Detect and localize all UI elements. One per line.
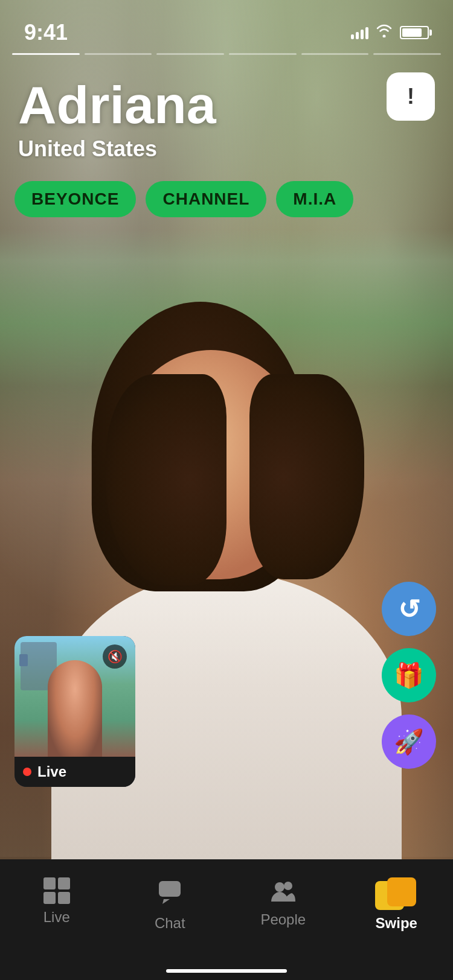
user-name: Adriana (18, 78, 216, 132)
svg-point-1 (275, 882, 284, 892)
live-dot (23, 768, 31, 776)
exclamation-icon: ! (407, 84, 414, 109)
live-preview[interactable]: 🔇 Live (14, 636, 135, 787)
nav-item-people[interactable]: People (226, 871, 340, 928)
live-preview-image: 🔇 (14, 636, 135, 757)
progress-segment-3 (156, 53, 224, 55)
tag-channel[interactable]: CHANNEL (146, 181, 266, 217)
tag-beyonce[interactable]: BEYONCE (14, 181, 136, 217)
action-buttons: ↺ 🎁 🚀 (382, 582, 436, 769)
tag-mia[interactable]: M.I.A (276, 181, 353, 217)
svg-point-2 (284, 882, 292, 890)
nav-label-chat: Chat (155, 915, 185, 932)
rocket-button[interactable]: 🚀 (382, 714, 436, 769)
live-label: Live (37, 763, 66, 780)
nav-item-swipe[interactable]: Swipe (340, 871, 454, 932)
wifi-icon (376, 24, 393, 41)
mute-button[interactable]: 🔇 (103, 644, 127, 669)
nav-label-swipe: Swipe (376, 915, 417, 932)
svg-rect-0 (159, 881, 181, 897)
nav-label-people: People (260, 911, 306, 928)
undo-button[interactable]: ↺ (382, 582, 436, 636)
nav-item-live[interactable]: Live (0, 871, 114, 926)
status-bar: 9:41 (0, 0, 453, 53)
person-hair-left (106, 374, 226, 585)
nav-label-live: Live (43, 909, 70, 926)
status-icons (351, 24, 429, 41)
live-preview-label: Live (14, 757, 135, 787)
rocket-icon: 🚀 (394, 728, 424, 756)
gift-button[interactable]: 🎁 (382, 648, 436, 702)
user-info: Adriana United States (18, 78, 216, 162)
progress-segment-2 (85, 53, 152, 55)
status-time: 9:41 (24, 20, 68, 45)
chat-icon (156, 877, 183, 910)
gift-icon: 🎁 (394, 661, 424, 690)
nav-item-chat[interactable]: Chat (114, 871, 227, 932)
mute-icon: 🔇 (108, 649, 123, 664)
tags-container: BEYONCE CHANNEL M.I.A (14, 181, 353, 217)
undo-icon: ↺ (398, 594, 420, 625)
swipe-cards-icon (375, 877, 417, 910)
progress-bars (12, 53, 441, 56)
person-hair-right (249, 374, 364, 579)
progress-segment-1 (12, 53, 80, 55)
bottom-nav: Live Chat People Swipe (0, 859, 453, 980)
progress-segment-6 (373, 53, 441, 55)
home-indicator (166, 969, 287, 973)
report-button[interactable]: ! (387, 72, 435, 121)
live-grid-icon (43, 877, 70, 904)
people-icon (270, 877, 297, 906)
progress-segment-5 (301, 53, 369, 55)
signal-icon (351, 26, 368, 39)
user-location: United States (18, 136, 216, 162)
progress-segment-4 (229, 53, 297, 55)
battery-icon (400, 26, 429, 39)
